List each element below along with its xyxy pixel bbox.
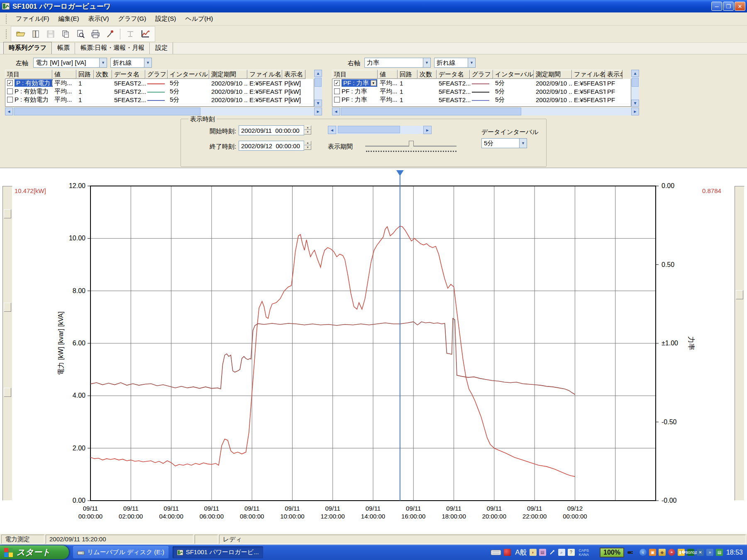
- tab-3[interactable]: 設定: [150, 42, 173, 54]
- tab-0[interactable]: 時系列グラフ: [3, 42, 52, 54]
- battery-meter[interactable]: 100%: [600, 548, 624, 558]
- table-row[interactable]: P : 有効電力平均...15FEAST2...5分2002/09/10 ...…: [5, 95, 314, 104]
- close-button[interactable]: ✕: [735, 2, 745, 11]
- start-time-spinner[interactable]: ▲▼: [304, 125, 311, 134]
- menu-item-3[interactable]: グラフ(G): [114, 13, 151, 24]
- table-horizontal-scrollbar[interactable]: ◄►: [5, 108, 322, 115]
- left-slider-thumb[interactable]: [4, 388, 11, 397]
- time-scrollbar[interactable]: ◄ ►: [328, 126, 432, 134]
- ime-palette-icon[interactable]: ◗: [530, 549, 537, 556]
- table-row[interactable]: ✓PF : 力率▼平均...15FEAST2...5分2002/09/10 ..…: [332, 79, 631, 87]
- table-vertical-scrollbar[interactable]: ▲▼: [314, 70, 322, 107]
- table-row[interactable]: PF : 力率平均...15FEAST2...5分2002/09/10 ...E…: [332, 87, 631, 95]
- tray-network-activity-icon[interactable]: »: [706, 549, 713, 556]
- right-axis-combo[interactable]: 力率 ▼: [364, 58, 431, 68]
- data-interval-combo[interactable]: 5分 ▼: [481, 138, 527, 148]
- column-header-graph[interactable]: グラフ: [470, 70, 493, 79]
- tray-app-orange-icon[interactable]: ▣: [649, 549, 656, 556]
- column-header-file[interactable]: ファイル名: [247, 70, 282, 79]
- ime-pen-icon[interactable]: [549, 549, 556, 556]
- restore-button[interactable]: ❐: [723, 2, 734, 11]
- menu-item-5[interactable]: ヘルプ(H): [181, 13, 217, 24]
- right-cursor-slider[interactable]: [735, 186, 745, 501]
- column-header-display[interactable]: 表示名: [605, 70, 622, 79]
- menu-item-1[interactable]: 編集(E): [54, 13, 83, 24]
- marker-icon[interactable]: [123, 28, 137, 40]
- column-header-graph[interactable]: グラフ: [145, 70, 168, 79]
- minimize-button[interactable]: ─: [711, 2, 722, 11]
- start-time-input[interactable]: [239, 125, 304, 135]
- print-icon[interactable]: [88, 28, 103, 40]
- print-preview-icon[interactable]: [73, 28, 88, 40]
- tray-antivirus-icon[interactable]: ◓: [668, 549, 675, 556]
- brush-icon[interactable]: [103, 28, 117, 40]
- start-button[interactable]: スタート: [0, 545, 69, 559]
- keyboard-icon[interactable]: [491, 550, 501, 555]
- menu-item-2[interactable]: 表示(V): [84, 13, 113, 24]
- menu-item-0[interactable]: ファイル(F): [12, 13, 54, 24]
- copy-icon[interactable]: [59, 28, 73, 40]
- column-header-file[interactable]: ファイル名: [572, 70, 605, 79]
- column-header-value[interactable]: 値: [52, 70, 76, 79]
- chevron-down-icon[interactable]: ▼: [144, 58, 151, 67]
- right-slider-thumb[interactable]: [736, 290, 743, 299]
- table-row[interactable]: ✓P : 有効電力▼平均...15FEAST2...5分2002/09/10 .…: [5, 79, 314, 87]
- selected-item-chip[interactable]: P : 有効電力▼: [15, 79, 53, 87]
- row-checkbox[interactable]: [7, 97, 13, 103]
- column-header-period[interactable]: 測定期間: [534, 70, 572, 79]
- tab-1[interactable]: 帳票: [52, 42, 75, 54]
- ime-mode-indicator[interactable]: A般: [515, 548, 527, 557]
- row-checkbox[interactable]: [7, 88, 13, 94]
- chevron-down-icon[interactable]: ▼: [99, 58, 107, 67]
- row-checkbox[interactable]: ✓: [334, 80, 340, 86]
- right-style-combo[interactable]: 折れ線 ▼: [434, 58, 476, 68]
- tab-2[interactable]: 帳票:日報・週報・月報: [75, 42, 150, 54]
- tray-shield-gold-icon[interactable]: ◆: [659, 549, 666, 556]
- column-header-circuit[interactable]: 回路: [76, 70, 94, 79]
- tray-document-icon[interactable]: ▤: [716, 549, 723, 556]
- column-header-value[interactable]: 値: [378, 70, 398, 79]
- left-axis-combo[interactable]: 電力 [W] [var] [VA] ▼: [33, 58, 107, 68]
- column-header-order[interactable]: 次数: [417, 70, 437, 79]
- ime-dictionary-icon[interactable]: ▤: [539, 549, 546, 556]
- binder-icon[interactable]: [29, 28, 43, 40]
- taskbar-button-removable-disk[interactable]: リムーバブル ディスク (E:): [73, 546, 168, 558]
- chart-icon[interactable]: [138, 28, 152, 40]
- save-icon[interactable]: [44, 28, 58, 40]
- ime-props-icon[interactable]: ⌕: [558, 549, 565, 556]
- menu-item-4[interactable]: 設定(S): [151, 13, 180, 24]
- end-time-input[interactable]: [239, 141, 304, 151]
- left-slider-thumb[interactable]: [4, 209, 11, 218]
- left-slider-thumb[interactable]: [4, 303, 11, 312]
- scroll-left-icon[interactable]: ◄: [328, 126, 336, 134]
- column-header-order[interactable]: 次数: [94, 70, 112, 79]
- hide-tray-icons-icon[interactable]: ‹: [640, 549, 647, 556]
- open-folder-icon[interactable]: [14, 28, 28, 40]
- end-time-spinner[interactable]: ▲▼: [304, 141, 311, 150]
- column-header-period[interactable]: 測定期間: [209, 70, 247, 79]
- title-bar[interactable]: SF1001 パワーロガービューワ ─ ❐ ✕: [0, 0, 747, 12]
- tray-signal-icon[interactable]: ▮�володим: [687, 549, 694, 556]
- left-cursor-slider[interactable]: [2, 186, 12, 501]
- chevron-down-icon[interactable]: ▼: [468, 58, 475, 67]
- column-header-item[interactable]: 項目: [332, 70, 378, 79]
- ime-ball-icon[interactable]: [504, 549, 511, 556]
- column-header-interval[interactable]: インターバル: [493, 70, 534, 79]
- table-horizontal-scrollbar[interactable]: ◄►: [332, 108, 639, 115]
- row-checkbox[interactable]: [334, 88, 340, 94]
- chevron-down-icon[interactable]: ▼: [423, 58, 430, 67]
- left-style-combo[interactable]: 折れ線 ▼: [110, 58, 152, 68]
- column-header-item[interactable]: 項目: [5, 70, 52, 79]
- chevron-down-icon[interactable]: ▼: [519, 139, 527, 148]
- column-header-circuit[interactable]: 回路: [398, 70, 417, 79]
- selected-item-chip[interactable]: PF : 力率▼: [342, 79, 377, 87]
- table-row[interactable]: PF : 力率平均...15FEAST2...5分2002/09/10 ...E…: [332, 95, 631, 104]
- scroll-right-icon[interactable]: ►: [423, 126, 432, 134]
- chevron-down-icon[interactable]: ▼: [371, 80, 376, 86]
- column-header-dataname[interactable]: データ名: [112, 70, 145, 79]
- time-scroll-thumb[interactable]: [338, 126, 400, 133]
- taskbar-button-sf1001[interactable]: SF1001 パワーロガービ...: [173, 546, 263, 558]
- table-row[interactable]: P : 有効電力平均...15FEAST2...5分2002/09/10 ...…: [5, 87, 314, 95]
- row-checkbox[interactable]: [334, 97, 340, 103]
- column-header-interval[interactable]: インターバル: [168, 70, 209, 79]
